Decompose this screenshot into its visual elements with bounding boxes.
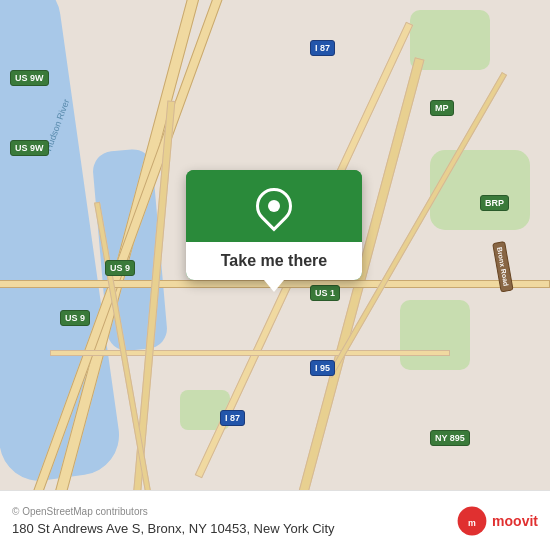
address-text: 180 St Andrews Ave S, Bronx, NY 10453, N… xyxy=(12,521,335,536)
pin-circle-icon xyxy=(249,181,300,232)
highway-shield-mp: MP xyxy=(430,100,454,116)
highway-shield-ny-895: NY 895 xyxy=(430,430,470,446)
highway-shield-i-95: I 95 xyxy=(310,360,335,376)
map-popup[interactable]: Take me there xyxy=(186,170,362,280)
osm-credit-text: © OpenStreetMap contributors xyxy=(12,506,148,517)
moovit-logo: m moovit xyxy=(456,505,538,537)
park-area-2 xyxy=(430,150,530,230)
highway-shield-us-9w: US 9W xyxy=(10,140,49,156)
highway-shield-brp: BRP xyxy=(480,195,509,211)
road-6 xyxy=(50,350,450,356)
attribution-bar: © OpenStreetMap contributors 180 St Andr… xyxy=(0,490,550,550)
popup-arrow xyxy=(264,280,284,292)
moovit-text: moovit xyxy=(492,513,538,529)
map-container[interactable]: Hudson River US 9WUS 9WI 87MPUS 9US 9US … xyxy=(0,0,550,490)
popup-icon-area xyxy=(186,170,362,242)
highway-shield-i-87: I 87 xyxy=(220,410,245,426)
take-me-there-button[interactable]: Take me there xyxy=(221,252,327,269)
highway-shield-i-87: I 87 xyxy=(310,40,335,56)
popup-label[interactable]: Take me there xyxy=(186,242,362,280)
attribution-left: © OpenStreetMap contributors 180 St Andr… xyxy=(12,506,335,536)
highway-shield-us-9: US 9 xyxy=(105,260,135,276)
osm-credit: © OpenStreetMap contributors xyxy=(12,506,335,517)
park-area-3 xyxy=(400,300,470,370)
highway-shield-us-9w: US 9W xyxy=(10,70,49,86)
moovit-icon: m xyxy=(456,505,488,537)
location-pin xyxy=(256,188,292,224)
svg-text:m: m xyxy=(468,517,476,527)
highway-shield-us-1: US 1 xyxy=(310,285,340,301)
highway-shield-us-9: US 9 xyxy=(60,310,90,326)
